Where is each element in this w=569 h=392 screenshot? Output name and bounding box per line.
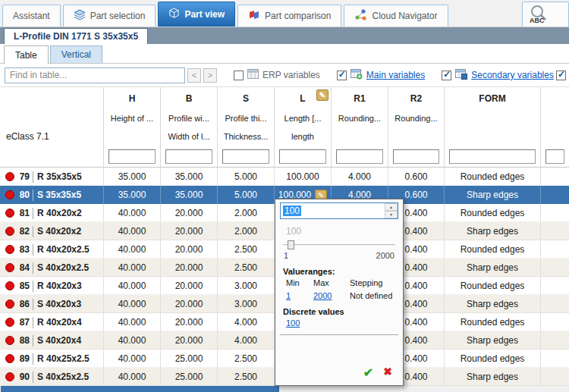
min-value-link[interactable]: 1	[286, 291, 313, 300]
cell-H[interactable]: 40.000	[104, 204, 161, 222]
table-row[interactable]: 79 R 35x35x5 35.000 35.000 5.000 100.000…	[0, 168, 569, 186]
tab-assistant[interactable]: Assistant	[2, 5, 61, 27]
cell-H[interactable]: 40.000	[104, 259, 161, 277]
filter-input-B[interactable]	[165, 149, 212, 164]
slider-thumb[interactable]	[288, 240, 294, 249]
erp-variables-checkbox[interactable]	[234, 71, 244, 80]
secondary-variables-checkbox[interactable]	[442, 71, 451, 80]
cell-FORM[interactable]: Rounded edges	[445, 277, 541, 295]
cell-FORM[interactable]: Sharp edges	[445, 222, 541, 240]
text-search-tab[interactable]: ABC	[522, 2, 569, 27]
cancel-cross-icon[interactable]: ✖	[383, 365, 392, 380]
cell-H[interactable]: 35.000	[104, 186, 161, 204]
cell-FORM[interactable]: Sharp edges	[445, 259, 541, 277]
cell-H[interactable]: 40.000	[104, 331, 161, 350]
cell-S[interactable]: 2.500	[218, 350, 275, 368]
find-prev-button[interactable]: <	[187, 68, 201, 83]
cell-S[interactable]: 5.000	[218, 168, 275, 186]
cell-R1[interactable]: 4.000	[332, 168, 388, 186]
col-header-L[interactable]: L ✎	[275, 87, 332, 110]
horizontal-scrollbar-thumb[interactable]	[1, 386, 279, 392]
tab-part-view[interactable]: Part view	[158, 2, 235, 27]
cell-FORM[interactable]: Rounded edges	[445, 240, 541, 259]
cell-H[interactable]: 40.000	[104, 277, 161, 295]
col-header-R1[interactable]: R1	[332, 87, 388, 110]
cell-B[interactable]: 20.000	[161, 277, 218, 295]
tab-table[interactable]: Table	[4, 45, 49, 64]
cell-H[interactable]: 40.000	[104, 313, 161, 331]
cell-B[interactable]: 20.000	[161, 295, 218, 313]
row-label-cell[interactable]: 83 R 40x20x2.5	[0, 240, 104, 259]
cell-B[interactable]: 20.000	[161, 222, 218, 240]
cell-L[interactable]: 100.000	[275, 168, 332, 186]
secondary-variables-link[interactable]: Secondary variables	[471, 70, 554, 80]
confirm-check-icon[interactable]: ✔	[363, 365, 373, 380]
cell-B[interactable]: 20.000	[161, 259, 218, 277]
tab-vertical[interactable]: Vertical	[50, 45, 102, 63]
col-header-R2[interactable]: R2	[388, 87, 445, 110]
cell-B[interactable]: 25.000	[161, 368, 218, 386]
col-header-FORM[interactable]: FORM	[445, 87, 541, 110]
cell-B[interactable]: 35.000	[161, 186, 218, 204]
cell-S[interactable]: 4.000	[218, 313, 275, 331]
cell-FORM[interactable]: Sharp edges	[445, 295, 541, 313]
tab-part-selection[interactable]: Part selection	[63, 5, 156, 27]
col-header-B[interactable]: B	[161, 87, 218, 110]
main-variables-link[interactable]: Main variables	[366, 70, 425, 80]
cell-S[interactable]: 2.500	[218, 259, 275, 277]
filter-input-extra[interactable]	[545, 149, 564, 164]
row-label-cell[interactable]: 90 S 40x25x2.5	[0, 368, 104, 386]
cell-H[interactable]: 40.000	[104, 240, 161, 259]
row-label-cell[interactable]: 79 R 35x35x5	[0, 168, 104, 186]
row-label-cell[interactable]: 88 S 40x20x4	[0, 331, 104, 350]
cell-S[interactable]: 2.500	[218, 240, 275, 259]
col-header-H[interactable]: H	[104, 87, 161, 110]
row-label-cell[interactable]: 81 R 40x20x2	[0, 204, 104, 222]
tab-part-comparison[interactable]: Part comparison	[237, 5, 341, 27]
cell-H[interactable]: 40.000	[104, 350, 161, 368]
cell-FORM[interactable]: Sharp edges	[445, 368, 541, 386]
cell-S[interactable]: 2.000	[218, 222, 275, 240]
cell-FORM[interactable]: Rounded edges	[445, 313, 541, 331]
row-label-cell[interactable]: 89 R 40x25x2.5	[0, 350, 104, 368]
cell-B[interactable]: 20.000	[161, 240, 218, 259]
row-label-cell[interactable]: 87 R 40x20x4	[0, 313, 104, 331]
row-label-cell[interactable]: 82 S 40x20x2	[0, 222, 104, 240]
cell-B[interactable]: 20.000	[161, 204, 218, 222]
length-slider[interactable]	[283, 240, 395, 250]
cell-H[interactable]: 40.000	[104, 295, 161, 313]
value-spinbox[interactable]: 100 ▲ ▼	[280, 202, 398, 219]
cell-FORM[interactable]: Rounded edges	[445, 204, 541, 222]
cell-R2[interactable]: 0.600	[388, 168, 445, 186]
cell-B[interactable]: 20.000	[161, 313, 218, 331]
cell-FORM[interactable]: Sharp edges	[445, 186, 541, 204]
row-label-cell[interactable]: 80 S 35x35x5	[0, 186, 104, 204]
filter-input-S[interactable]	[222, 149, 269, 164]
cell-H[interactable]: 40.000	[104, 222, 161, 240]
document-tab[interactable]: L-Profile DIN 1771 S 35x35x5	[4, 28, 148, 44]
cell-FORM[interactable]: Rounded edges	[445, 350, 541, 368]
column-edit-pencil-icon[interactable]: ✎	[316, 89, 329, 101]
cell-S[interactable]: 2.000	[218, 204, 275, 222]
max-value-link[interactable]: 2000	[313, 291, 350, 300]
tab-cloud-navigator[interactable]: Cloud Navigator	[344, 5, 448, 27]
filter-input-H[interactable]	[108, 149, 156, 164]
discrete-value-link[interactable]: 100	[286, 318, 300, 328]
col-header-S[interactable]: S	[218, 87, 275, 110]
filter-input-R2[interactable]	[393, 149, 439, 164]
cell-S[interactable]: 3.000	[218, 295, 275, 313]
main-variables-checkbox[interactable]	[337, 71, 347, 80]
cell-B[interactable]: 20.000	[161, 331, 218, 350]
spin-down-button[interactable]: ▼	[385, 211, 398, 218]
filter-input-R1[interactable]	[336, 149, 383, 164]
cell-S[interactable]: 3.000	[218, 277, 275, 295]
filter-input-FORM[interactable]	[449, 149, 536, 164]
find-next-button[interactable]: >	[203, 68, 217, 83]
cell-S[interactable]: 4.000	[218, 331, 275, 350]
cell-H[interactable]: 40.000	[104, 368, 161, 386]
row-label-cell[interactable]: 84 S 40x20x2.5	[0, 259, 104, 277]
cell-B[interactable]: 25.000	[161, 350, 218, 368]
find-in-table-input[interactable]	[5, 67, 185, 83]
spin-up-button[interactable]: ▲	[385, 203, 398, 211]
horizontal-scrollbar[interactable]	[0, 386, 569, 392]
